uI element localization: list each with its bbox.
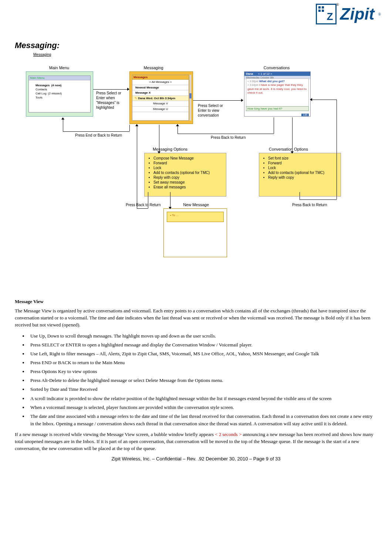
mm-contacts[interactable]: Contacts <box>29 87 90 91</box>
opt-item[interactable]: Reply with copy <box>268 175 337 180</box>
msg-scrollbar[interactable] <box>190 75 191 121</box>
new-message-pane: • To … <box>163 208 227 257</box>
bullet: Press SELECT or ENTER to open a highligh… <box>28 341 377 349</box>
messaging-pane: Messages < All Messages > Newest Message… <box>129 71 193 124</box>
msg-header: Messages <box>132 75 189 80</box>
section-title: Messaging: <box>15 41 377 50</box>
new-message-to[interactable]: • To … <box>167 212 224 222</box>
mm-messages[interactable]: Messages (4 new) <box>29 83 90 87</box>
messaging-options-title: Messaging Options <box>146 147 194 151</box>
mm-tools[interactable]: Tools <box>29 95 90 100</box>
main-menu-header: Main Menu <box>29 76 90 80</box>
page-footer: Zipit Wireless, Inc. – Confidential – Re… <box>15 456 377 462</box>
opt-item[interactable]: Add to contacts (optional for TMC) <box>153 171 222 175</box>
hint-back-return-2: Press Back to Return <box>126 202 160 207</box>
opt-item[interactable]: Forward <box>268 161 337 165</box>
message-view-p2: If a new message is received while viewi… <box>15 431 377 452</box>
opt-item[interactable]: Reply with copy <box>153 175 222 180</box>
opt-item[interactable]: Compose New Message <box>153 156 222 160</box>
bullet: A scroll indicator is provided to show t… <box>28 395 377 402</box>
bullet: Sorted by Date and Time Received <box>28 386 377 393</box>
conv-header: Dana < 1 of 12 > <box>244 72 310 76</box>
hint-view-conv: Press Select or Enter to view conversati… <box>198 103 231 118</box>
opt-item[interactable]: Erase all messages <box>153 185 222 189</box>
msg-row[interactable]: Message V <box>132 101 189 107</box>
opt-item[interactable]: Lock <box>268 166 337 170</box>
msg-filter[interactable]: < All Messages > <box>132 80 189 85</box>
opt-item[interactable]: Lock <box>153 166 222 170</box>
hint-end-back: Press End or Back to Return <box>70 133 122 138</box>
message-view-heading: Message View <box>15 299 377 305</box>
bullet: Use Left, Right to filter messages – All… <box>28 350 377 358</box>
bullet: Press END or BACK to return to the Main … <box>28 359 377 366</box>
messaging-title: Messaging <box>139 66 168 70</box>
opt-item[interactable]: Set font size <box>268 156 337 160</box>
message-view-bullets: Use Up, Down to scroll through messages.… <box>15 332 377 428</box>
mm-calllog[interactable]: Call Log (2 missed) <box>29 91 90 95</box>
hint-back-return-1: Press Back to Return <box>211 135 255 140</box>
bullet: The date and time associated with a mess… <box>28 413 377 427</box>
opt-item[interactable]: Forward <box>153 161 222 165</box>
opt-item[interactable]: Add to contacts (optional for TMC) <box>268 171 337 175</box>
conversation-options-title: Conversation Options <box>263 147 314 151</box>
msg-row-selected[interactable]: ✎ Dana Wed. Oct 8th 3:34pm <box>132 96 189 101</box>
conv-foot: 135 <box>301 114 309 116</box>
new-message-title: New Message <box>178 202 214 207</box>
flow-diagram: Main Menu Main Menu Messages (4 new) Con… <box>15 63 362 296</box>
hint-back-return-3: Press Back to Return <box>292 202 327 207</box>
section-sub: Messaging <box>33 53 377 57</box>
messaging-options-pane: Compose New Message Forward Lock Add to … <box>144 153 226 197</box>
conversation-options-pane: Set font size Forward Lock Add to contac… <box>259 153 341 197</box>
logo-text: Zipit <box>340 5 375 23</box>
msg-row[interactable]: Newest Message <box>132 85 189 91</box>
bullet: Press Options Key to view options <box>28 368 377 375</box>
main-menu-pane: Main Menu Messages (4 new) Contacts Call… <box>26 71 93 117</box>
conv-input[interactable]: How long have you had it? <box>246 106 309 111</box>
conversations-title: Conversations <box>254 66 299 70</box>
bullet: When a voicemail message is selected, pl… <box>28 404 377 411</box>
bullet: Press Alt-Delete to delete the highlight… <box>28 377 377 384</box>
opt-item[interactable]: Set away message <box>153 180 222 184</box>
logo: Z ® Zipit ® <box>316 4 381 24</box>
main-menu-title: Main Menu <box>37 66 81 70</box>
msg-row[interactable]: Message X <box>132 90 189 96</box>
bullet: Use Up, Down to scroll through messages.… <box>28 332 377 340</box>
message-view-p1: The Message View is organized by active … <box>15 308 377 329</box>
logo-mark: Z ® <box>316 4 337 24</box>
hint-select-messages: Press Select or Enter when "Messages" is… <box>96 91 126 110</box>
conversations-pane: Dana < 1 of 12 > Wednesday October 8th <… <box>244 71 311 117</box>
red-span: < 2 seconds > <box>215 432 241 437</box>
msg-row[interactable]: Message U <box>132 107 189 112</box>
